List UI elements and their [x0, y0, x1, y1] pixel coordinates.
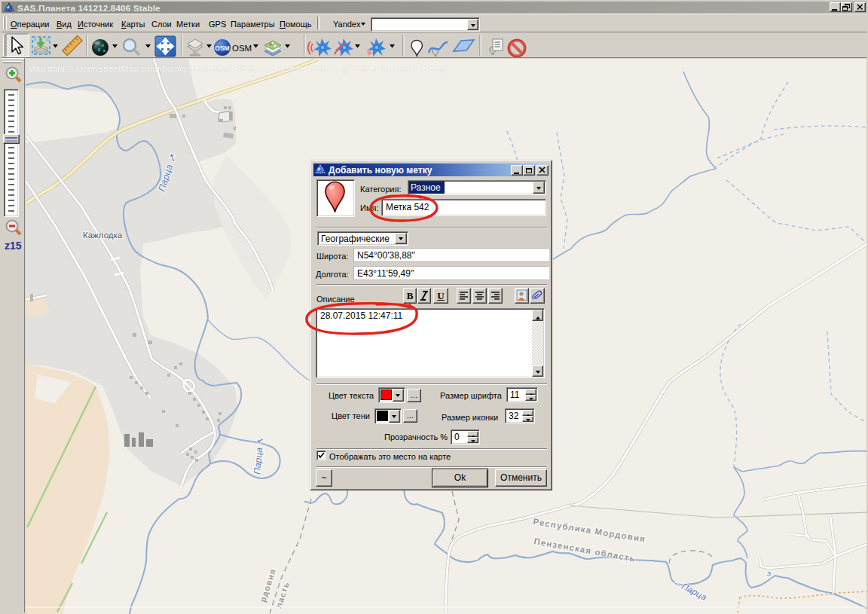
svg-text:OSM: OSM: [215, 44, 229, 52]
svg-text:Кажлодка: Кажлодка: [83, 231, 123, 240]
svg-text:OSM: OSM: [232, 44, 252, 53]
svg-text:э: э: [767, 570, 771, 578]
